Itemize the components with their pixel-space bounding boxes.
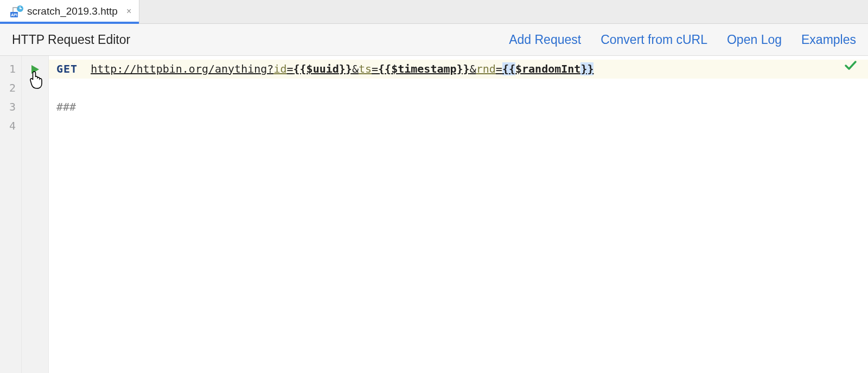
- examples-link[interactable]: Examples: [801, 33, 856, 47]
- line-number: 3: [0, 98, 21, 117]
- run-gutter: [22, 56, 49, 373]
- editor-title: HTTP Request Editor: [12, 33, 130, 47]
- open-log-link[interactable]: Open Log: [727, 33, 782, 47]
- template-var-timestamp: {{$timestamp}}: [378, 62, 470, 75]
- http-method: GET: [56, 62, 78, 75]
- ampersand: &: [352, 62, 359, 75]
- code-line[interactable]: ###: [49, 98, 868, 117]
- tab-bar: API scratch_2019.3.http ×: [0, 0, 868, 24]
- convert-from-curl-link[interactable]: Convert from cURL: [601, 33, 707, 47]
- run-icon[interactable]: [31, 65, 40, 74]
- http-file-icon: API: [10, 5, 22, 17]
- code-area[interactable]: GET http://httpbin.org/anything?id={{$uu…: [49, 56, 868, 373]
- line-number-gutter: 1 2 3 4: [0, 56, 22, 373]
- editor-toolbar: HTTP Request Editor Add Request Convert …: [0, 24, 868, 56]
- equals: =: [286, 62, 293, 75]
- template-close-brace: }}: [580, 62, 593, 75]
- code-line[interactable]: [49, 117, 868, 136]
- file-tab[interactable]: API scratch_2019.3.http ×: [0, 0, 139, 23]
- query-key: ts: [359, 62, 372, 75]
- request-separator: ###: [56, 100, 76, 113]
- line-number: 4: [0, 117, 21, 136]
- line-number: 2: [0, 79, 21, 98]
- url-base: http://httpbin.org/anything?: [91, 62, 273, 75]
- svg-rect-4: [20, 8, 22, 9]
- svg-text:API: API: [11, 13, 17, 17]
- ampersand: &: [470, 62, 476, 75]
- editor-area[interactable]: 1 2 3 4 GET http://httpbin.org/anything?…: [0, 56, 868, 373]
- close-icon[interactable]: ×: [126, 7, 131, 16]
- code-line[interactable]: [49, 79, 868, 98]
- equals: =: [372, 62, 378, 75]
- tab-filename: scratch_2019.3.http: [27, 5, 118, 17]
- equals: =: [496, 62, 502, 75]
- add-request-link[interactable]: Add Request: [509, 33, 581, 47]
- line-number: 1: [0, 60, 21, 79]
- template-var-randomint: $randomInt: [515, 62, 580, 75]
- template-var-uuid: {{$uuid}}: [293, 62, 352, 75]
- code-line[interactable]: GET http://httpbin.org/anything?id={{$uu…: [49, 60, 868, 79]
- query-key: id: [273, 62, 286, 75]
- template-open-brace: {{: [502, 62, 515, 75]
- analysis-ok-icon[interactable]: [844, 59, 857, 75]
- query-key: rnd: [476, 62, 496, 75]
